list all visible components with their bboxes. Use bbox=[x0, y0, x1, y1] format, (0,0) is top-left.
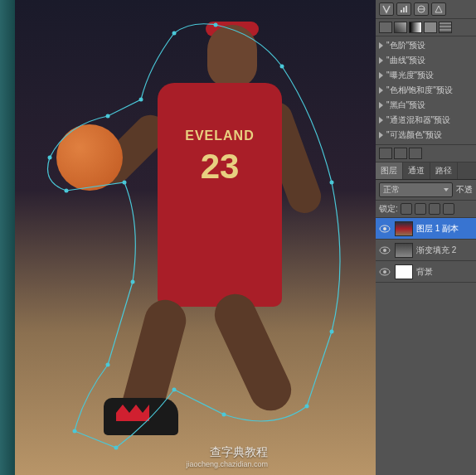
image-subject: EVELAND 23 bbox=[41, 17, 357, 456]
svg-rect-19 bbox=[406, 6, 407, 12]
visibility-eye-icon[interactable] bbox=[378, 267, 391, 277]
blend-mode-value: 正常 bbox=[383, 184, 400, 196]
triangle-icon[interactable] bbox=[431, 2, 446, 16]
figure-head bbox=[207, 25, 257, 87]
preset-selective-color[interactable]: "可选颜色"预设 bbox=[376, 128, 476, 143]
layers-list: 图层 1 副本 渐变填充 2 背景 bbox=[376, 218, 476, 475]
swatch-1[interactable] bbox=[379, 22, 392, 33]
svg-rect-18 bbox=[403, 7, 405, 12]
jersey-number-text: 23 bbox=[201, 147, 240, 187]
preset-label: "可选颜色"预设 bbox=[386, 129, 442, 141]
visibility-eye-icon[interactable] bbox=[378, 224, 391, 234]
watermark-sub: jiaocheng.chazidian.com bbox=[186, 460, 268, 468]
opacity-label: 不透 bbox=[456, 184, 473, 196]
canvas-area[interactable]: EVELAND 23 查字典教程 jiaocheng.chazidian.com bbox=[0, 0, 376, 475]
watermark-main: 查字典教程 bbox=[186, 445, 268, 460]
swatch-5[interactable] bbox=[439, 22, 452, 33]
layer-name: 背景 bbox=[416, 266, 433, 278]
chevron-right-icon bbox=[379, 72, 383, 79]
chevron-right-icon bbox=[379, 102, 383, 109]
tab-channels[interactable]: 通道 bbox=[403, 162, 430, 179]
layer-thumbnail bbox=[395, 243, 413, 258]
v-icon[interactable] bbox=[379, 2, 394, 16]
svg-point-25 bbox=[383, 249, 386, 252]
preset-exposure[interactable]: "曝光度"预设 bbox=[376, 68, 476, 83]
footer-icon-2[interactable] bbox=[394, 148, 407, 159]
tab-paths[interactable]: 路径 bbox=[430, 162, 458, 179]
layer-row[interactable]: 渐变填充 2 bbox=[376, 240, 476, 261]
levels-icon[interactable] bbox=[396, 2, 411, 16]
chevron-down-icon bbox=[444, 188, 449, 191]
basketball bbox=[56, 124, 123, 191]
lock-row: 锁定: bbox=[376, 201, 476, 218]
jersey-team-text: EVELAND bbox=[185, 128, 254, 143]
chevron-right-icon bbox=[379, 87, 383, 94]
watermark: 查字典教程 jiaocheng.chazidian.com bbox=[186, 445, 268, 468]
layer-name: 渐变填充 2 bbox=[416, 245, 456, 256]
preset-black-white[interactable]: "黑白"预设 bbox=[376, 98, 476, 113]
swatch-2[interactable] bbox=[394, 22, 407, 33]
footer-icon-1[interactable] bbox=[379, 148, 392, 159]
layer-row[interactable]: 图层 1 副本 bbox=[376, 218, 476, 240]
swatch-row bbox=[376, 19, 476, 36]
preset-label: "通道混和器"预设 bbox=[386, 114, 450, 126]
adjustment-presets: "色阶"预设 "曲线"预设 "曝光度"预设 "色相/饱和度"预设 "黑白"预设 … bbox=[376, 36, 476, 145]
layer-thumbnail bbox=[395, 221, 413, 236]
layer-row[interactable]: 背景 bbox=[376, 261, 476, 283]
lock-transparency-icon[interactable] bbox=[401, 203, 412, 215]
preset-label: "色相/饱和度"预设 bbox=[386, 85, 453, 96]
chevron-right-icon bbox=[379, 57, 383, 64]
toolbar-row-1 bbox=[376, 0, 476, 19]
balance-icon[interactable] bbox=[414, 2, 429, 16]
blend-mode-row: 正常 不透 bbox=[376, 180, 476, 201]
jersey: EVELAND 23 bbox=[158, 83, 282, 232]
preset-label: "曝光度"预设 bbox=[386, 70, 434, 81]
svg-rect-17 bbox=[401, 10, 402, 12]
panel-footer-icons bbox=[376, 145, 476, 162]
footer-icon-3[interactable] bbox=[409, 148, 422, 159]
svg-point-27 bbox=[383, 270, 386, 274]
lock-position-icon[interactable] bbox=[429, 203, 440, 215]
preset-label: "黑白"预设 bbox=[386, 99, 425, 111]
swatch-4[interactable] bbox=[424, 22, 437, 33]
preset-label: "色阶"预设 bbox=[386, 40, 425, 51]
layer-thumbnail bbox=[395, 264, 413, 279]
preset-curves[interactable]: "曲线"预设 bbox=[376, 53, 476, 68]
chevron-right-icon bbox=[379, 42, 383, 49]
lock-all-icon[interactable] bbox=[443, 203, 454, 215]
preset-levels[interactable]: "色阶"预设 bbox=[376, 38, 476, 53]
tab-layers[interactable]: 图层 bbox=[376, 162, 403, 179]
figure-leg-right bbox=[208, 287, 299, 417]
preset-label: "曲线"预设 bbox=[386, 55, 425, 66]
chevron-right-icon bbox=[379, 117, 383, 124]
figure-shorts bbox=[158, 224, 282, 307]
right-panels: "色阶"预设 "曲线"预设 "曝光度"预设 "色相/饱和度"预设 "黑白"预设 … bbox=[376, 0, 476, 475]
lock-label: 锁定: bbox=[379, 203, 398, 215]
lock-pixels-icon[interactable] bbox=[415, 203, 426, 215]
blend-mode-select[interactable]: 正常 bbox=[379, 182, 453, 197]
preset-channel-mixer[interactable]: "通道混和器"预设 bbox=[376, 113, 476, 128]
preset-hue-saturation[interactable]: "色相/饱和度"预设 bbox=[376, 83, 476, 98]
visibility-eye-icon[interactable] bbox=[378, 245, 391, 255]
figure-shoe bbox=[104, 398, 178, 435]
swatch-3[interactable] bbox=[409, 22, 422, 33]
chevron-right-icon bbox=[379, 132, 383, 138]
panel-tabs: 图层 通道 路径 bbox=[376, 162, 476, 180]
svg-point-23 bbox=[383, 227, 386, 230]
layer-name: 图层 1 副本 bbox=[416, 223, 459, 235]
